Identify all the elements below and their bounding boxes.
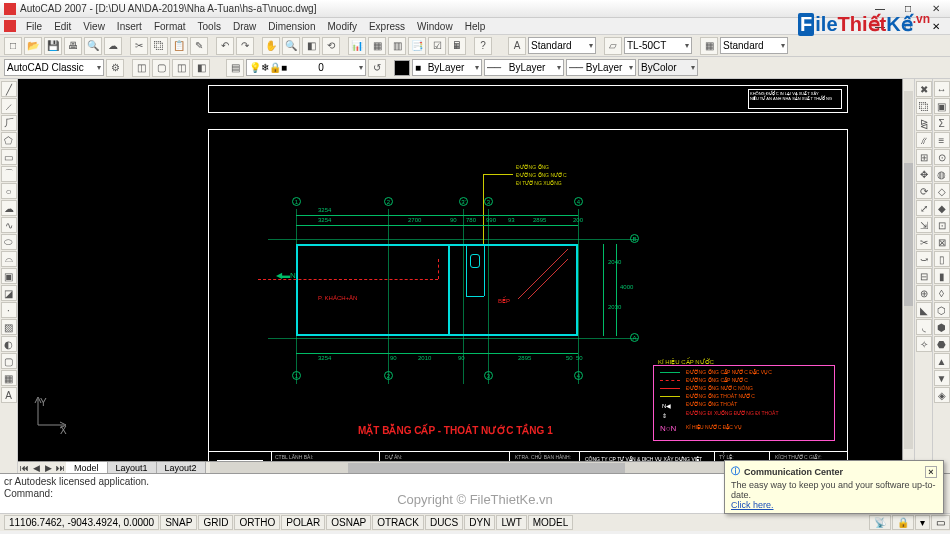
dist-icon[interactable]: ↔	[934, 81, 950, 97]
vscroll[interactable]	[902, 79, 914, 461]
color-swatch[interactable]	[394, 60, 410, 76]
tray-clean-icon[interactable]: ▭	[931, 515, 950, 530]
match-icon[interactable]: ✎	[190, 37, 208, 55]
t-19[interactable]: ◈	[934, 387, 950, 403]
chamfer-icon[interactable]: ◣	[916, 302, 932, 318]
t-7[interactable]: ◇	[934, 183, 950, 199]
circle-icon[interactable]: ○	[1, 183, 17, 199]
tab-model[interactable]: Model	[66, 462, 108, 474]
t-10[interactable]: ⊠	[934, 234, 950, 250]
id-icon[interactable]: ⊙	[934, 149, 950, 165]
t-16[interactable]: ⬣	[934, 336, 950, 352]
explode-icon[interactable]: ✧	[916, 336, 932, 352]
menu-tools[interactable]: Tools	[192, 21, 227, 32]
pline-icon[interactable]: ⺁	[1, 115, 17, 131]
t2-b1[interactable]: ◫	[132, 59, 150, 77]
t-15[interactable]: ⬢	[934, 319, 950, 335]
tray-commcenter-icon[interactable]: 📡	[869, 515, 891, 530]
cut-icon[interactable]: ✂	[130, 37, 148, 55]
fillet-icon[interactable]: ◟	[916, 319, 932, 335]
join-icon[interactable]: ⊕	[916, 285, 932, 301]
toggle-lwt[interactable]: LWT	[496, 515, 526, 530]
stretch-icon[interactable]: ⇲	[916, 217, 932, 233]
trim-icon[interactable]: ✂	[916, 234, 932, 250]
layerprev-icon[interactable]: ↺	[368, 59, 386, 77]
tab-first[interactable]: ⏮	[18, 463, 30, 473]
copy-icon[interactable]: ⿻	[150, 37, 168, 55]
ellipsearc-icon[interactable]: ⌓	[1, 251, 17, 267]
plotstyle-combo[interactable]: ByColor▾	[638, 59, 698, 76]
offset-icon[interactable]: ⫽	[916, 132, 932, 148]
menu-view[interactable]: View	[77, 21, 111, 32]
textstyle-combo[interactable]: Standard▾	[528, 37, 596, 54]
menu-file[interactable]: File	[20, 21, 48, 32]
lineweight-combo[interactable]: ── ByLayer▾	[566, 59, 636, 76]
tab-layout2[interactable]: Layout2	[157, 462, 206, 474]
toggle-grid[interactable]: GRID	[198, 515, 233, 530]
t-18[interactable]: ▼	[934, 370, 950, 386]
menu-express[interactable]: Express	[363, 21, 411, 32]
workspace-combo[interactable]: AutoCAD Classic▾	[4, 59, 104, 76]
open-icon[interactable]: 📂	[24, 37, 42, 55]
save-icon[interactable]: 💾	[44, 37, 62, 55]
redo-icon[interactable]: ↷	[236, 37, 254, 55]
toggle-polar[interactable]: POLAR	[281, 515, 325, 530]
insert-icon[interactable]: ▣	[1, 268, 17, 284]
t-6[interactable]: ◍	[934, 166, 950, 182]
tab-prev[interactable]: ◀	[30, 463, 42, 473]
t-12[interactable]: ▮	[934, 268, 950, 284]
markup-icon[interactable]: ☑	[428, 37, 446, 55]
tray-annot-icon[interactable]: ▾	[915, 515, 930, 530]
scale-icon[interactable]: ⤢	[916, 200, 932, 216]
toggle-ortho[interactable]: ORTHO	[234, 515, 280, 530]
point-icon[interactable]: ·	[1, 302, 17, 318]
menu-insert[interactable]: Insert	[111, 21, 148, 32]
move-icon[interactable]: ✥	[916, 166, 932, 182]
dcenter-icon[interactable]: ▦	[368, 37, 386, 55]
gradient-icon[interactable]: ◐	[1, 336, 17, 352]
t2-b3[interactable]: ◫	[172, 59, 190, 77]
break-icon[interactable]: ⊟	[916, 268, 932, 284]
list-icon[interactable]: ≡	[934, 132, 950, 148]
commcenter-close[interactable]: ×	[925, 466, 937, 478]
toolpal-icon[interactable]: ▥	[388, 37, 406, 55]
revcloud-icon[interactable]: ☁	[1, 200, 17, 216]
rotate-icon[interactable]: ⟳	[916, 183, 932, 199]
undo-icon[interactable]: ↶	[216, 37, 234, 55]
help-icon[interactable]: ?	[474, 37, 492, 55]
t-13[interactable]: ◊	[934, 285, 950, 301]
menu-window[interactable]: Window	[411, 21, 459, 32]
menu-draw[interactable]: Draw	[227, 21, 262, 32]
mirror-icon[interactable]: ⧎	[916, 115, 932, 131]
dimstyle-combo[interactable]: TL-50CT▾	[624, 37, 692, 54]
layer-combo[interactable]: 💡❄🔒■ 0▾	[246, 59, 366, 76]
toggle-model[interactable]: MODEL	[528, 515, 574, 530]
toggle-snap[interactable]: SNAP	[160, 515, 197, 530]
new-icon[interactable]: □	[4, 37, 22, 55]
massprop-icon[interactable]: Σ	[934, 115, 950, 131]
line-icon[interactable]: ╱	[1, 81, 17, 97]
menu-help[interactable]: Help	[459, 21, 492, 32]
toggle-otrack[interactable]: OTRACK	[372, 515, 424, 530]
drawing-area[interactable]: KHÔNG ĐƯỢC IN LẠI VÀ XUẤT XÂYNẾU TƯ ÁN Á…	[18, 79, 914, 473]
polygon-icon[interactable]: ⬠	[1, 132, 17, 148]
t-8[interactable]: ◆	[934, 200, 950, 216]
toggle-ducs[interactable]: DUCS	[425, 515, 463, 530]
cline-icon[interactable]: ⟋	[1, 98, 17, 114]
copy2-icon[interactable]: ⿻	[916, 98, 932, 114]
t-14[interactable]: ⬡	[934, 302, 950, 318]
toggle-dyn[interactable]: DYN	[464, 515, 495, 530]
ws-settings-icon[interactable]: ⚙	[106, 59, 124, 77]
toggle-osnap[interactable]: OSNAP	[326, 515, 371, 530]
table-icon[interactable]: ▦	[1, 370, 17, 386]
menu-edit[interactable]: Edit	[48, 21, 77, 32]
tab-layout1[interactable]: Layout1	[108, 462, 157, 474]
dimstyle-icon[interactable]: ▱	[604, 37, 622, 55]
rect-icon[interactable]: ▭	[1, 149, 17, 165]
tablestyle-icon[interactable]: ▦	[700, 37, 718, 55]
properties-icon[interactable]: 📊	[348, 37, 366, 55]
area-icon[interactable]: ▣	[934, 98, 950, 114]
t-17[interactable]: ▲	[934, 353, 950, 369]
menu-format[interactable]: Format	[148, 21, 192, 32]
paste-icon[interactable]: 📋	[170, 37, 188, 55]
